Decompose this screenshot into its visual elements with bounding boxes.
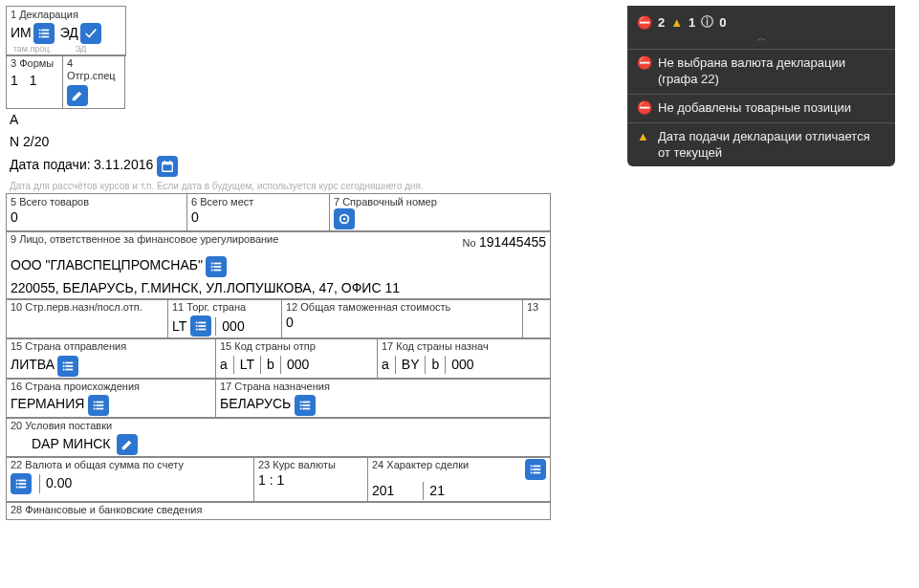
submission-date: Дата подачи: 3.11.2016: [6, 154, 551, 179]
error-icon: ⛔: [637, 15, 652, 30]
notifications-panel: ⛔2 ▲1 ⓘ0 ︿ ⛔Не выбрана валюта декларации…: [627, 6, 895, 166]
svg-rect-2: [38, 33, 40, 34]
svg-rect-33: [96, 404, 103, 406]
svg-rect-12: [211, 262, 213, 264]
list-icon[interactable]: [206, 256, 227, 277]
info-icon: ⓘ: [701, 13, 713, 31]
box-20: 20 Условия поставки DAP МИНСК: [6, 417, 551, 458]
svg-rect-8: [164, 161, 164, 163]
box-12: 12 Общая таможенная стоимость 0: [281, 298, 523, 339]
calendar-icon[interactable]: [157, 156, 178, 177]
svg-rect-9: [169, 161, 170, 163]
svg-rect-52: [531, 472, 533, 474]
list-icon[interactable]: [295, 395, 316, 416]
svg-rect-20: [196, 325, 198, 327]
box-3-value-1: 1: [11, 72, 18, 91]
box-22: 22 Валюта и общая сумма по счету 0.00: [6, 456, 254, 504]
box-1-sublabel-1: там.проц.: [13, 44, 52, 54]
notifications-header[interactable]: ⛔2 ▲1 ⓘ0: [627, 6, 895, 31]
svg-rect-23: [199, 329, 207, 331]
list-icon[interactable]: [88, 395, 109, 416]
svg-rect-39: [302, 404, 310, 406]
box-15: 15 Страна отправления ЛИТВА: [6, 338, 216, 379]
svg-rect-50: [531, 468, 533, 470]
svg-rect-3: [41, 33, 49, 34]
box-3-label: 3 Формы: [11, 57, 58, 70]
box-1-declaration: 1 Декларация ИМ там.проц. ЭД ЭД: [6, 6, 126, 56]
box-24: 24 Характер сделки 201 21: [367, 456, 551, 504]
box-9: 9 Лицо, ответственное за финансовое урег…: [6, 230, 551, 300]
warning-icon: ▲: [670, 15, 683, 30]
list-icon[interactable]: [525, 459, 546, 480]
notification-text: Дата подачи декларации отличается от тек…: [658, 129, 886, 162]
list-icon[interactable]: [190, 316, 211, 337]
svg-rect-22: [196, 329, 198, 331]
box-17-code: 17 Код страны назнач a BY b 000: [377, 338, 551, 379]
box-5: 5 Всего товаров 0: [6, 193, 187, 232]
edit-icon[interactable]: [117, 434, 138, 455]
declaration-form: 1 Декларация ИМ там.проц. ЭД ЭД 3 Формы …: [6, 6, 551, 520]
svg-rect-28: [63, 368, 65, 370]
list-icon[interactable]: [33, 23, 55, 44]
svg-rect-49: [533, 466, 540, 468]
box-23: 23 Курс валюты 1 : 1: [253, 456, 368, 504]
svg-rect-38: [299, 404, 301, 406]
svg-rect-27: [66, 365, 74, 367]
svg-point-11: [343, 218, 346, 221]
svg-rect-18: [196, 322, 198, 324]
box-7: 7 Справочный номер: [329, 193, 551, 232]
edit-icon[interactable]: [67, 85, 88, 106]
svg-rect-19: [199, 322, 207, 324]
box-17: 17 Страна назначения БЕЛАРУСЬ: [215, 378, 551, 419]
notification-item[interactable]: ▲Дата подачи декларации отличается от те…: [627, 122, 895, 167]
notification-text: Не добавлены товарные позиции: [658, 100, 851, 117]
target-icon[interactable]: [334, 208, 355, 229]
svg-rect-32: [93, 404, 95, 406]
date-note: Дата для рассчётов курсов и т.п. Если да…: [6, 179, 551, 193]
svg-rect-41: [302, 407, 310, 409]
box-3-forms: 3 Формы 1 1: [6, 54, 63, 108]
box-28: 28 Финансовые и банковские сведения: [6, 501, 551, 519]
svg-rect-48: [531, 466, 533, 468]
error-icon: ⛔: [637, 55, 652, 72]
svg-rect-43: [18, 480, 26, 482]
svg-rect-24: [63, 361, 65, 363]
notification-item[interactable]: ⛔Не добавлены товарные позиции: [627, 94, 895, 122]
box-16: 16 Страна происхождения ГЕРМАНИЯ: [6, 378, 216, 419]
svg-rect-44: [16, 483, 18, 485]
svg-rect-34: [93, 407, 95, 409]
svg-rect-16: [211, 269, 213, 271]
svg-rect-36: [299, 401, 301, 403]
svg-rect-31: [96, 401, 103, 403]
svg-rect-13: [214, 262, 222, 264]
svg-rect-4: [38, 36, 40, 38]
svg-rect-1: [41, 30, 49, 32]
status-n: N 2/20: [6, 131, 551, 154]
box-4-spec: 4 Отгр.спец: [62, 54, 125, 108]
collapse-icon[interactable]: ︿: [627, 31, 895, 49]
warning-icon: ▲: [637, 129, 652, 145]
svg-rect-15: [214, 266, 222, 268]
svg-rect-17: [214, 269, 222, 271]
svg-rect-53: [533, 472, 540, 474]
svg-rect-46: [16, 487, 18, 489]
list-icon[interactable]: [11, 473, 32, 494]
svg-rect-5: [41, 36, 49, 38]
box-1-sublabel-2: ЭД: [75, 44, 86, 54]
svg-rect-26: [63, 365, 65, 367]
check-icon[interactable]: [80, 23, 101, 44]
svg-rect-37: [302, 401, 310, 403]
list-icon[interactable]: [57, 356, 78, 377]
notification-text: Не выбрана валюта декларации (графа 22): [658, 55, 886, 88]
box-10: 10 Стр.перв.назн/посл.отп.: [6, 298, 168, 339]
svg-rect-14: [211, 266, 213, 268]
box-15-code: 15 Код страны отпр a LT b 000: [215, 338, 378, 379]
notification-item[interactable]: ⛔Не выбрана валюта декларации (графа 22): [627, 49, 895, 94]
svg-rect-29: [66, 368, 74, 370]
svg-rect-21: [199, 325, 207, 327]
svg-rect-42: [16, 480, 18, 482]
box-1-label: 1 Декларация: [11, 9, 121, 21]
svg-rect-0: [38, 30, 40, 32]
svg-rect-51: [533, 468, 540, 470]
box-11: 11 Торг. страна LT 000: [167, 298, 282, 339]
